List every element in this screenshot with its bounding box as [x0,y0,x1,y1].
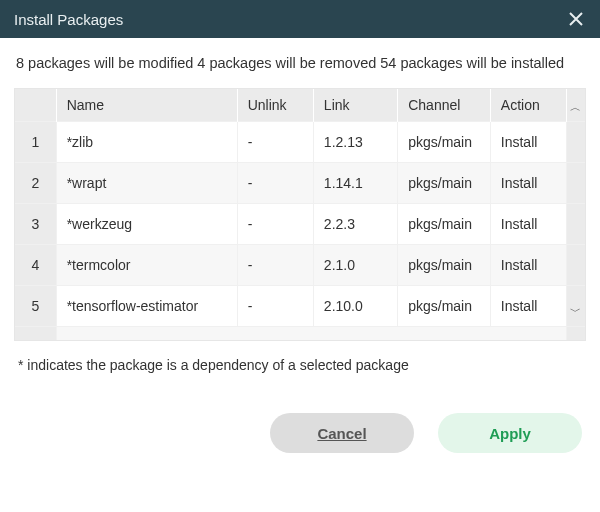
table-row[interactable]: 5 *tensorflow-estimator - 2.10.0 pkgs/ma… [15,285,585,326]
cell-link: 1.14.1 [313,162,397,203]
footnote-text: * indicates the package is a dependency … [14,341,586,397]
scrollbar-track[interactable] [566,244,585,285]
dialog-footer: Cancel Apply [0,397,600,469]
cell-action: Install [490,121,566,162]
table-row[interactable]: 2 *wrapt - 1.14.1 pkgs/main Install [15,162,585,203]
cell-action: Install [490,203,566,244]
cell-name: *werkzeug [56,203,237,244]
scrollbar-track[interactable] [566,162,585,203]
cancel-button[interactable]: Cancel [270,413,414,453]
cell-unlink: - [237,203,313,244]
chevron-up-icon: ︿ [567,94,585,116]
cell-channel: pkgs/main [398,203,491,244]
row-index: 2 [15,162,56,203]
row-index: 4 [15,244,56,285]
cell-link: 2.10.0 [313,285,397,326]
close-button[interactable] [562,5,590,33]
row-index: 5 [15,285,56,326]
cell-unlink: - [237,285,313,326]
col-channel[interactable]: Channel [398,89,491,122]
scrollbar-track[interactable] [566,121,585,162]
col-name[interactable]: Name [56,89,237,122]
col-action[interactable]: Action [490,89,566,122]
dialog-title: Install Packages [14,11,562,28]
cell-action: Install [490,285,566,326]
cell-name: *wrapt [56,162,237,203]
col-index [15,89,56,122]
table-header-row: Name Unlink Link Channel Action ︿ [15,89,585,122]
row-index: 3 [15,203,56,244]
cell-channel: pkgs/main [398,121,491,162]
cell-name: *termcolor [56,244,237,285]
scrollbar-track[interactable] [566,203,585,244]
cell-name: *tensorflow-estimator [56,285,237,326]
apply-button[interactable]: Apply [438,413,582,453]
cell-link: 2.1.0 [313,244,397,285]
table-row[interactable]: 1 *zlib - 1.2.13 pkgs/main Install [15,121,585,162]
cell-unlink: - [237,121,313,162]
cell-channel: pkgs/main [398,244,491,285]
dialog-header: Install Packages [0,0,600,38]
dialog-body: 8 packages will be modified 4 packages w… [0,38,600,397]
summary-text: 8 packages will be modified 4 packages w… [14,52,586,88]
close-icon [568,11,584,27]
col-unlink[interactable]: Unlink [237,89,313,122]
cell-unlink: - [237,162,313,203]
cell-name: *zlib [56,121,237,162]
table-row[interactable]: 3 *werkzeug - 2.2.3 pkgs/main Install [15,203,585,244]
scroll-up-button[interactable]: ︿ [566,89,585,122]
cell-action: Install [490,244,566,285]
scroll-down-button[interactable]: ﹀ [566,285,585,326]
table-row-empty [15,326,585,340]
cell-channel: pkgs/main [398,162,491,203]
col-link[interactable]: Link [313,89,397,122]
packages-table: Name Unlink Link Channel Action ︿ 1 *zli… [14,88,586,342]
cell-link: 2.2.3 [313,203,397,244]
cell-unlink: - [237,244,313,285]
cell-link: 1.2.13 [313,121,397,162]
chevron-down-icon: ﹀ [567,292,585,320]
cell-channel: pkgs/main [398,285,491,326]
table-row[interactable]: 4 *termcolor - 2.1.0 pkgs/main Install [15,244,585,285]
cell-action: Install [490,162,566,203]
row-index: 1 [15,121,56,162]
